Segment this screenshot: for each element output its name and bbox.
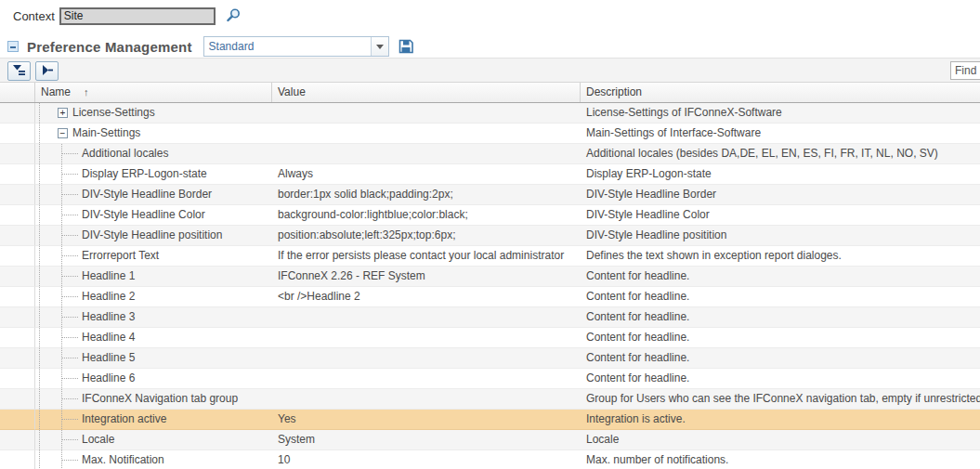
description-cell: Locale [581, 430, 980, 450]
table-row[interactable]: LocaleSystemLocale [0, 430, 980, 450]
save-button[interactable] [398, 38, 414, 55]
value-cell[interactable]: Yes [272, 410, 581, 430]
value-cell[interactable] [272, 328, 581, 348]
value-cell[interactable]: IFConneX 2.26 - REF System [272, 267, 581, 287]
tree-guide [39, 103, 40, 123]
table-row[interactable]: Additional localesAdditional locales (be… [0, 144, 980, 164]
value-cell[interactable]: position:absolute;left:325px;top:6px; [272, 226, 581, 246]
name-cell: Additional locales [35, 144, 272, 164]
row-selector-cell[interactable] [0, 124, 35, 144]
expand-icon[interactable]: + [58, 108, 68, 118]
name-cell: Headline 2 [35, 287, 272, 307]
name-cell: DIV-Style Headline positition [35, 226, 272, 246]
table-row[interactable]: DIV-Style Headline posititionposition:ab… [0, 226, 980, 246]
row-selector-cell[interactable] [0, 430, 35, 450]
tree-connector [62, 153, 78, 154]
row-selector-cell[interactable] [0, 328, 35, 348]
tree-connector [62, 255, 78, 256]
table-row[interactable]: Headline 1IFConneX 2.26 - REF SystemCont… [0, 267, 980, 287]
name-cell: Errorreport Text [35, 246, 272, 267]
value-cell[interactable]: 10 [272, 450, 581, 469]
description-column-header[interactable]: Description [581, 83, 980, 102]
table-row[interactable]: Integration activeYesIntegration is acti… [0, 410, 980, 430]
value-cell[interactable] [272, 389, 581, 410]
table-row[interactable]: −Main-SettingsMain-Settings of Interface… [0, 124, 980, 144]
row-selector-cell[interactable] [0, 410, 35, 430]
table-row[interactable]: Max. Notification10Max. number of notifi… [0, 450, 980, 469]
table-row[interactable]: DIV-Style Headline Colorbackground-color… [0, 205, 980, 226]
section-collapse-icon[interactable] [7, 41, 19, 52]
value-cell[interactable]: If the error persists please contact you… [272, 246, 581, 267]
pref-name-label: Display ERP-Logon-state [82, 164, 207, 184]
pref-name-label: Headline 2 [82, 287, 135, 306]
name-column-header[interactable]: Name↑ [35, 83, 272, 102]
value-cell[interactable] [272, 124, 581, 144]
name-cell: Headline 4 [35, 328, 272, 348]
tree-connector [62, 174, 78, 175]
find-input[interactable] [950, 61, 980, 80]
row-selector-cell[interactable] [0, 205, 35, 226]
value-cell[interactable]: Always [272, 164, 581, 185]
row-selector-cell[interactable] [0, 348, 35, 369]
row-selector-cell[interactable] [0, 369, 35, 389]
value-cell[interactable] [272, 348, 581, 369]
value-cell[interactable] [272, 103, 581, 124]
name-cell: DIV-Style Headline Border [35, 185, 272, 205]
row-selector-cell[interactable] [0, 144, 35, 164]
row-selector-cell[interactable] [0, 267, 35, 287]
expand-level-button[interactable] [35, 61, 59, 81]
row-selector-cell[interactable] [0, 389, 35, 410]
pref-name-label: DIV-Style Headline positition [82, 226, 222, 245]
table-row[interactable]: IFConneX Navigation tab groupGroup for U… [0, 389, 980, 410]
row-selector-cell[interactable] [0, 450, 35, 469]
row-selector-cell[interactable] [0, 226, 35, 246]
value-cell[interactable] [272, 144, 581, 164]
tree-guide [39, 164, 40, 184]
row-selector-cell[interactable] [0, 246, 35, 267]
search-button[interactable] [225, 7, 242, 24]
value-cell[interactable]: background-color:lightblue;color:black; [272, 205, 581, 226]
collapse-icon[interactable]: − [58, 128, 68, 138]
value-cell[interactable]: border:1px solid black;padding:2px; [272, 185, 581, 205]
table-row[interactable]: Headline 3Content for headline. [0, 307, 980, 328]
table-row[interactable]: Headline 4Content for headline. [0, 328, 980, 348]
value-cell[interactable] [272, 369, 581, 389]
context-label: Context [13, 9, 55, 23]
grid-toolbar [0, 58, 980, 83]
pref-name-label: DIV-Style Headline Color [82, 205, 205, 225]
value-column-header[interactable]: Value [272, 83, 581, 102]
tree-guide [39, 369, 40, 388]
row-selector-cell[interactable] [0, 103, 35, 124]
table-row[interactable]: Headline 2<br />Headline 2Content for he… [0, 287, 980, 307]
chevron-down-icon[interactable] [371, 37, 388, 56]
name-cell: Headline 6 [35, 369, 272, 389]
context-input[interactable] [59, 7, 216, 25]
filter-button[interactable] [7, 61, 31, 81]
name-cell: Headline 5 [35, 348, 272, 369]
table-row[interactable]: +License-SettingsLicense-Settings of IFC… [0, 103, 980, 124]
tree-guide [39, 144, 40, 163]
profile-select[interactable]: Standard [203, 36, 389, 57]
tree-connector [62, 276, 78, 277]
tree-guide [39, 246, 40, 266]
table-row[interactable]: Headline 5Content for headline. [0, 348, 980, 369]
value-cell[interactable]: System [272, 430, 581, 450]
row-selector-cell[interactable] [0, 287, 35, 307]
name-cell: IFConneX Navigation tab group [35, 389, 272, 410]
tree-guide [39, 307, 40, 327]
tree-guide [39, 348, 40, 368]
table-row[interactable]: DIV-Style Headline Borderborder:1px soli… [0, 185, 980, 205]
row-selector-cell[interactable] [0, 164, 35, 185]
table-row[interactable]: Headline 6Content for headline. [0, 369, 980, 389]
row-selector-cell[interactable] [0, 185, 35, 205]
value-column-label: Value [278, 85, 306, 98]
table-row[interactable]: Errorreport TextIf the error persists pl… [0, 246, 980, 267]
row-selector-cell[interactable] [0, 307, 35, 328]
description-column-label: Description [586, 85, 642, 98]
description-cell: DIV-Style Headline Color [581, 205, 980, 226]
value-cell[interactable] [272, 307, 581, 328]
tree-connector [62, 378, 78, 379]
pref-name-label: Headline 6 [82, 369, 135, 388]
value-cell[interactable]: <br />Headline 2 [272, 287, 581, 307]
table-row[interactable]: Display ERP-Logon-stateAlwaysDisplay ERP… [0, 164, 980, 185]
